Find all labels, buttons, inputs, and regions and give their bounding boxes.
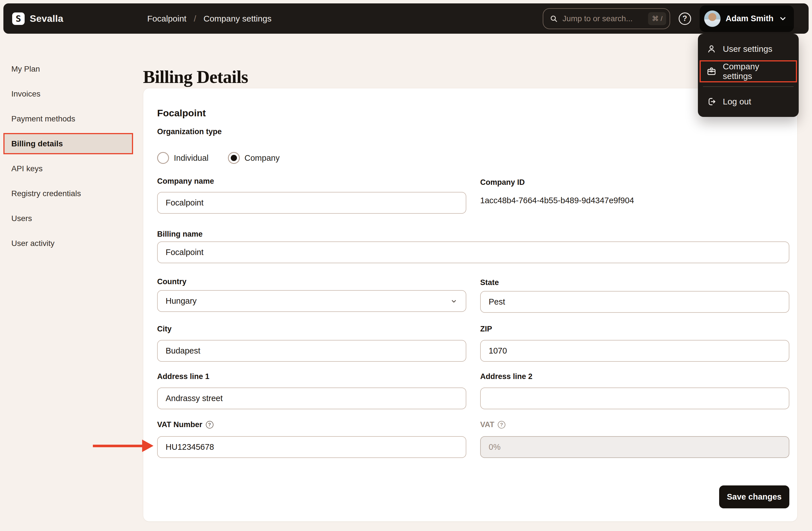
- radio-individual[interactable]: [157, 152, 169, 164]
- user-name: Adam Smith: [726, 14, 773, 23]
- breadcrumb-org[interactable]: Focalpoint: [147, 14, 186, 24]
- company-name-input[interactable]: [157, 192, 466, 214]
- address-line-2-input[interactable]: [480, 387, 789, 409]
- zip-label: ZIP: [480, 325, 492, 334]
- annotation-arrow-head: [142, 440, 154, 452]
- sidebar-item-payment-methods[interactable]: Payment methods: [3, 108, 133, 129]
- billing-details-card: Focalpoint Organization type Individual …: [143, 88, 798, 522]
- briefcase-icon: [706, 66, 716, 76]
- country-select[interactable]: Hungary: [157, 290, 466, 312]
- sidebar-item-user-activity[interactable]: User activity: [3, 233, 133, 254]
- address-line-1-label: Address line 1: [157, 372, 209, 381]
- vat-label: VAT ?: [480, 420, 505, 429]
- sidebar-item-invoices[interactable]: Invoices: [3, 83, 133, 104]
- select-chevron-icon: [450, 297, 458, 305]
- search-input[interactable]: [562, 14, 644, 24]
- page-title: Billing Details: [143, 67, 248, 87]
- sidebar: My Plan Invoices Payment methods Billing…: [3, 58, 133, 257]
- sidebar-item-api-keys[interactable]: API keys: [3, 158, 133, 179]
- logout-icon: [706, 97, 716, 107]
- billing-name-input[interactable]: [157, 241, 789, 263]
- search-icon: [550, 14, 558, 23]
- country-value: Hungary: [165, 296, 197, 306]
- user-menu-button[interactable]: Adam Smith: [700, 5, 794, 32]
- menu-item-log-out[interactable]: Log out: [701, 91, 795, 112]
- company-heading: Focalpoint: [157, 107, 206, 119]
- sidebar-item-my-plan[interactable]: My Plan: [3, 58, 133, 79]
- country-label: Country: [157, 277, 187, 286]
- city-label: City: [157, 325, 172, 334]
- address-line-1-input[interactable]: [157, 387, 466, 409]
- menu-item-label: Log out: [723, 97, 751, 106]
- vat-input: [480, 436, 789, 458]
- chevron-down-icon: [779, 14, 787, 23]
- menu-item-label: User settings: [723, 44, 772, 54]
- annotation-arrow: [93, 445, 143, 447]
- radio-individual-label[interactable]: Individual: [174, 153, 209, 163]
- topbar: S Sevalla Focalpoint / Company settings …: [3, 3, 809, 34]
- address-line-2-label: Address line 2: [480, 372, 533, 381]
- vat-help-icon[interactable]: ?: [498, 421, 505, 429]
- breadcrumb: Focalpoint / Company settings: [147, 3, 272, 34]
- vat-number-help-icon[interactable]: ?: [206, 421, 214, 429]
- user-icon: [706, 44, 716, 54]
- topbar-right: ⌘ / ? Adam Smith: [543, 3, 794, 34]
- radio-company[interactable]: [228, 152, 240, 164]
- company-name-label: Company name: [157, 177, 214, 186]
- sidebar-item-billing-details[interactable]: Billing details: [3, 133, 133, 154]
- menu-item-user-settings[interactable]: User settings: [701, 38, 795, 60]
- save-changes-button[interactable]: Save changes: [719, 485, 789, 508]
- zip-input[interactable]: [480, 340, 789, 362]
- radio-company-label[interactable]: Company: [245, 153, 280, 163]
- org-type-radio-group: Individual Company: [157, 152, 280, 164]
- vat-number-label: VAT Number ?: [157, 420, 214, 429]
- sevalla-logo-icon: S: [12, 13, 25, 25]
- help-button[interactable]: ?: [679, 13, 691, 25]
- menu-divider: [703, 86, 794, 87]
- city-input[interactable]: [157, 340, 466, 362]
- search-box[interactable]: ⌘ /: [543, 8, 670, 29]
- org-type-label: Organization type: [157, 127, 222, 136]
- search-shortcut-badge: ⌘ /: [648, 12, 666, 25]
- billing-name-label: Billing name: [157, 230, 203, 239]
- company-id-value: 1acc48b4-7664-4b55-b489-9d4347e9f904: [480, 196, 634, 205]
- vat-number-input[interactable]: [157, 436, 466, 458]
- menu-item-company-settings[interactable]: Company settings: [700, 60, 797, 83]
- breadcrumb-separator: /: [194, 14, 196, 24]
- state-input[interactable]: [480, 291, 789, 313]
- user-dropdown-menu: User settings Company settings Log out: [698, 34, 799, 117]
- state-label: State: [480, 278, 499, 287]
- avatar: [704, 11, 721, 27]
- brand[interactable]: S Sevalla: [12, 3, 63, 34]
- sidebar-item-users[interactable]: Users: [3, 208, 133, 229]
- sidebar-item-registry-credentials[interactable]: Registry credentials: [3, 183, 133, 204]
- menu-item-label: Company settings: [723, 62, 790, 81]
- company-id-label: Company ID: [480, 178, 525, 187]
- breadcrumb-page[interactable]: Company settings: [204, 14, 272, 24]
- brand-name: Sevalla: [30, 13, 63, 24]
